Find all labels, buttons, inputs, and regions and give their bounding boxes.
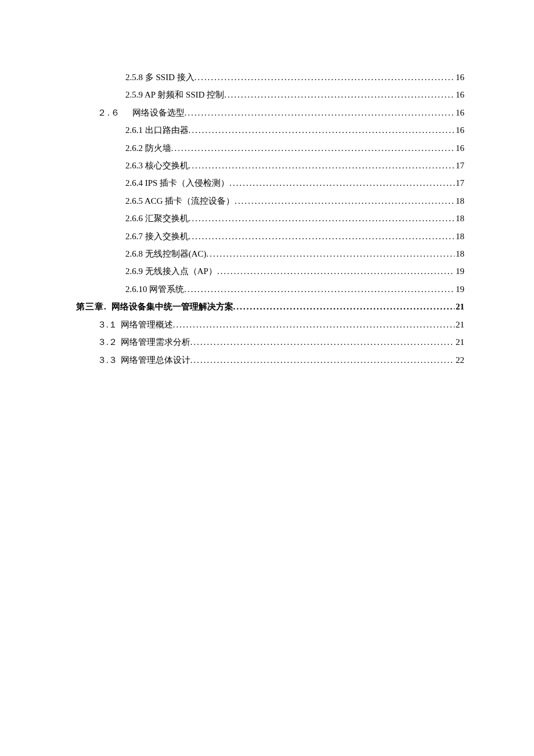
- toc-entry: 2.6.4 IPS 插卡（入侵检测） 17: [76, 174, 464, 192]
- toc-entry: 2.6.5 ACG 插卡（流控设备） 18: [76, 192, 464, 210]
- toc-leader: [234, 192, 454, 210]
- toc-page: 21: [454, 333, 464, 351]
- toc-label: 2.6.2 防火墙: [125, 139, 171, 157]
- toc-chapter-entry: 第三章. 网络设备集中统一管理解决方案 21: [76, 298, 464, 315]
- toc-page: 17: [454, 157, 464, 174]
- toc-label: 2.5.9 AP 射频和 SSID 控制: [125, 86, 224, 103]
- toc-entry: 2.6.8 无线控制器(AC) 18: [76, 245, 464, 262]
- toc-entry: 2.6.10 网管系统 19: [76, 280, 464, 298]
- toc-label: 网络管理需求分析: [117, 333, 190, 351]
- toc-label: 2.6.1 出口路由器: [125, 121, 189, 139]
- toc-entry: 2.6.7 接入交换机 18: [76, 228, 464, 245]
- toc-page: 18: [454, 192, 464, 210]
- toc-page: 21: [454, 316, 464, 333]
- toc-leader: [189, 228, 454, 245]
- toc-entry: 2.6.6 汇聚交换机 18: [76, 210, 464, 227]
- toc-page: 16: [454, 104, 464, 121]
- toc-page: 22: [454, 351, 464, 369]
- toc-entry: ２.６ 网络设备选型 16: [76, 104, 464, 121]
- toc-page: 17: [454, 174, 464, 192]
- toc-label: 网络管理总体设计: [117, 351, 190, 369]
- toc-leader: [189, 157, 454, 174]
- toc-leader: [224, 86, 454, 103]
- toc-label: 2.6.4 IPS 插卡（入侵检测）: [125, 174, 229, 192]
- toc-entry: 2.6.2 防火墙 16: [76, 139, 464, 157]
- toc-label: 网络设备集中统一管理解决方案: [107, 298, 233, 315]
- toc-label: 2.6.3 核心交换机: [125, 157, 189, 174]
- toc-page: 16: [454, 69, 464, 86]
- toc-leader: [229, 174, 454, 192]
- toc-leader: [189, 210, 454, 227]
- toc-page: 16: [454, 86, 464, 103]
- toc-entry: ３.２ 网络管理需求分析 21: [76, 333, 464, 351]
- toc-section-number: ３.３: [98, 351, 117, 369]
- toc-label: 2.6.6 汇聚交换机: [125, 210, 189, 227]
- toc-entry: ３.３ 网络管理总体设计 22: [76, 351, 464, 369]
- toc-leader: [207, 245, 454, 262]
- toc-leader: [189, 121, 454, 139]
- toc-page: 16: [454, 139, 464, 157]
- toc-leader: [171, 139, 454, 157]
- toc-leader: [194, 69, 454, 86]
- toc-label: 2.6.9 无线接入点（AP）: [125, 262, 217, 280]
- toc-entry: 2.6.9 无线接入点（AP） 19: [76, 262, 464, 280]
- toc-entry: ３.１ 网络管理概述 21: [76, 316, 464, 333]
- table-of-contents: 2.5.8 多 SSID 接入 16 2.5.9 AP 射频和 SSID 控制 …: [76, 69, 464, 369]
- toc-page: 18: [454, 245, 464, 262]
- toc-label: 2.6.10 网管系统: [125, 280, 184, 298]
- toc-chapter-number: 第三章.: [76, 298, 107, 315]
- toc-page: 19: [454, 262, 464, 280]
- toc-entry: 2.5.9 AP 射频和 SSID 控制 16: [76, 86, 464, 103]
- toc-label: 2.5.8 多 SSID 接入: [125, 69, 194, 86]
- toc-entry: 2.5.8 多 SSID 接入 16: [76, 69, 464, 86]
- toc-leader: [173, 316, 454, 333]
- toc-label: 2.6.5 ACG 插卡（流控设备）: [125, 192, 234, 210]
- toc-leader: [233, 298, 454, 315]
- toc-label: 2.6.8 无线控制器(AC): [125, 245, 207, 262]
- toc-leader: [190, 351, 454, 369]
- toc-entry: 2.6.3 核心交换机 17: [76, 157, 464, 174]
- toc-page: 18: [454, 228, 464, 245]
- toc-section-number: ３.１: [98, 316, 117, 333]
- toc-label: 网络设备选型: [121, 104, 185, 121]
- toc-page: 21: [454, 298, 464, 315]
- toc-leader: [190, 333, 454, 351]
- toc-label: 网络管理概述: [117, 316, 173, 333]
- toc-leader: [185, 104, 454, 121]
- toc-page: 16: [454, 121, 464, 139]
- toc-entry: 2.6.1 出口路由器 16: [76, 121, 464, 139]
- toc-leader: [184, 280, 454, 298]
- toc-section-number: ３.２: [98, 333, 117, 351]
- toc-section-number: ２.６: [98, 104, 121, 121]
- toc-page: 18: [454, 210, 464, 227]
- document-page: 2.5.8 多 SSID 接入 16 2.5.9 AP 射频和 SSID 控制 …: [0, 0, 534, 756]
- toc-leader: [217, 262, 454, 280]
- toc-label: 2.6.7 接入交换机: [125, 228, 189, 245]
- toc-page: 19: [454, 280, 464, 298]
